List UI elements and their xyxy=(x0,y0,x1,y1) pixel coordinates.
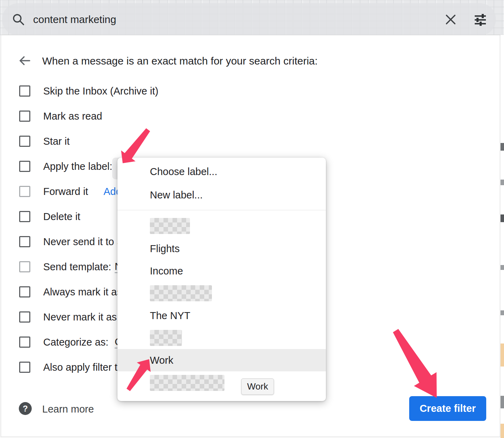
search-bar[interactable]: content marketing xyxy=(2,3,496,36)
row-label: Star it xyxy=(43,136,70,147)
label-dropdown-menu: Choose label... New label... Flights Inc… xyxy=(117,158,326,401)
row-label: Send template: xyxy=(43,261,111,273)
search-input[interactable]: content marketing xyxy=(33,3,116,36)
redacted-label-item[interactable] xyxy=(150,218,190,234)
send-template-checkbox[interactable] xyxy=(19,261,30,272)
categorize-as-checkbox[interactable] xyxy=(19,337,30,348)
row-label: Delete it xyxy=(43,211,80,222)
never-important-checkbox[interactable] xyxy=(19,311,30,323)
row-label: Always mark it as xyxy=(43,286,122,298)
row-label: Skip the Inbox (Archive it) xyxy=(43,85,158,97)
row-mark-read: Mark as read xyxy=(0,104,102,129)
menu-item-flights[interactable]: Flights xyxy=(117,237,326,260)
row-skip-inbox: Skip the Inbox (Archive it) xyxy=(0,78,158,104)
back-arrow-icon[interactable] xyxy=(18,54,31,67)
delete-it-checkbox[interactable] xyxy=(19,211,30,222)
row-send-template: Send template: N xyxy=(0,254,111,279)
background-text-fragment xyxy=(501,214,504,222)
background-page-sliver xyxy=(501,35,504,437)
row-never-important: Never mark it as i xyxy=(0,304,122,330)
background-text-fragment xyxy=(501,396,504,408)
row-label: Never send it to S xyxy=(43,236,124,248)
row-also-apply: Also apply filter t xyxy=(0,355,117,380)
background-text-fragment xyxy=(501,310,504,315)
panel-heading: When a message is an exact match for you… xyxy=(42,55,318,67)
row-label: Apply the label: xyxy=(43,161,112,172)
menu-divider xyxy=(117,210,326,210)
menu-item-the-nyt[interactable]: The NYT xyxy=(117,304,326,327)
clear-search-icon[interactable] xyxy=(444,13,457,26)
row-label: Mark as read xyxy=(43,111,102,122)
create-filter-button[interactable]: Create filter xyxy=(409,396,486,421)
background-text-fragment xyxy=(501,180,504,185)
also-apply-checkbox[interactable] xyxy=(19,362,30,373)
redacted-label-item[interactable] xyxy=(150,285,212,301)
forward-it-checkbox[interactable] xyxy=(19,186,30,197)
apply-label-checkbox[interactable] xyxy=(19,161,30,172)
always-important-checkbox[interactable] xyxy=(19,286,30,297)
menu-item-choose-label[interactable]: Choose label... xyxy=(117,160,326,183)
background-highlight-fragment xyxy=(501,424,504,438)
redacted-label-item[interactable] xyxy=(150,375,224,391)
row-label: Categorize as: xyxy=(43,337,108,348)
skip-inbox-checkbox[interactable] xyxy=(19,85,30,97)
menu-item-new-label[interactable]: New label... xyxy=(117,184,326,206)
row-label: Never mark it as i xyxy=(43,311,122,323)
menu-item-work[interactable]: Work xyxy=(117,349,326,371)
search-icon xyxy=(12,13,25,26)
star-it-checkbox[interactable] xyxy=(19,136,30,147)
row-label: Forward it xyxy=(43,186,88,197)
row-forward-it: Forward it Add xyxy=(0,179,88,204)
work-label-tooltip: Work xyxy=(241,378,274,395)
row-never-spam: Never send it to S xyxy=(0,229,124,254)
background-text-fragment xyxy=(501,265,504,270)
redacted-label-item[interactable] xyxy=(150,330,182,346)
never-spam-checkbox[interactable] xyxy=(19,236,30,247)
background-text-fragment xyxy=(501,143,504,151)
row-star-it: Star it xyxy=(0,129,70,154)
row-categorize-as: Categorize as: C xyxy=(0,330,108,355)
menu-item-income[interactable]: Income xyxy=(117,260,326,282)
search-options-tune-icon[interactable] xyxy=(474,13,487,27)
help-question-icon[interactable]: ? xyxy=(19,402,32,415)
row-apply-label: Apply the label: xyxy=(0,154,112,179)
row-delete-it: Delete it xyxy=(0,204,80,229)
row-label: Also apply filter t xyxy=(43,362,117,373)
background-highlight-fragment xyxy=(501,343,504,367)
row-always-important: Always mark it as xyxy=(0,279,122,304)
learn-more-link[interactable]: Learn more xyxy=(42,403,94,415)
mark-read-checkbox[interactable] xyxy=(19,111,30,122)
